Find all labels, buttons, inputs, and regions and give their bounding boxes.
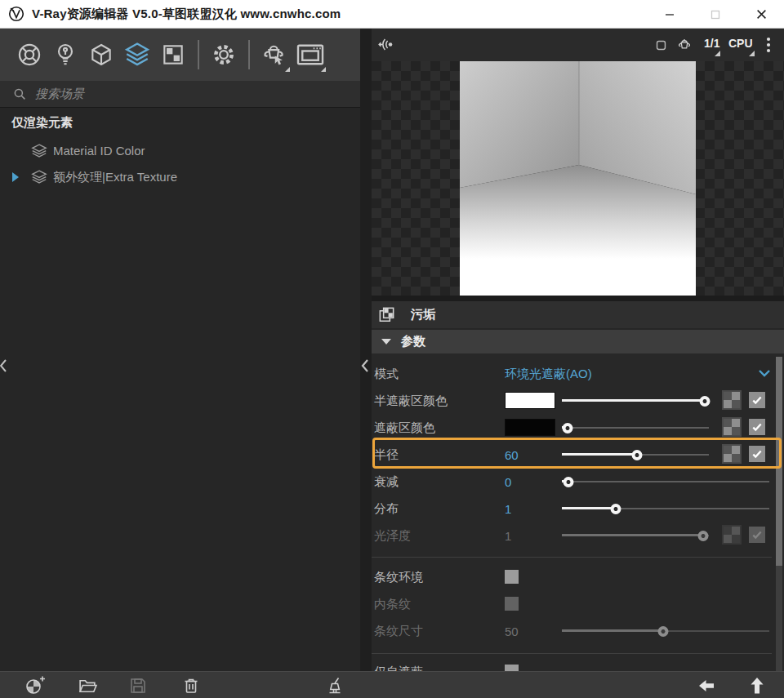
param-row-striped-environment: 条纹环境 (372, 563, 784, 590)
value-slider[interactable] (562, 422, 709, 433)
flyout-corner-icon (749, 51, 755, 56)
list-item-label: 额外纹理|Extra Texture (53, 170, 177, 185)
add-asset-button[interactable] (24, 675, 46, 696)
param-label: 内条纹 (374, 596, 411, 611)
search-placeholder: 搜索场景 (35, 87, 84, 102)
group-divider (372, 557, 772, 558)
slider-handle[interactable] (563, 423, 573, 433)
vray-logo-icon (7, 5, 25, 23)
param-row-unoccluded-color: 半遮蔽区颜色 (372, 387, 784, 414)
param-row-mode: 模式 环境光遮蔽(AO) (372, 360, 784, 387)
ao-preview-render (460, 61, 696, 296)
param-label: 分布 (374, 500, 399, 516)
lights-tab-button[interactable] (47, 34, 83, 75)
color-swatch[interactable] (505, 392, 555, 409)
param-row-distribution: 分布 1 (372, 495, 784, 522)
render-elements-tab-button[interactable] (119, 34, 155, 75)
mode-dropdown[interactable]: 环境光遮蔽(AO) (505, 366, 592, 381)
param-label: 半遮蔽区颜色 (374, 393, 448, 408)
frame-count-button[interactable]: 1/1 (704, 37, 719, 50)
slider-handle[interactable] (563, 477, 573, 487)
list-item-extra-texture[interactable]: 额外纹理|Extra Texture (0, 167, 360, 189)
checkbox[interactable] (749, 446, 765, 462)
slider-handle[interactable] (631, 450, 642, 460)
params-rollout-header[interactable]: 参数 (372, 330, 784, 353)
slider-handle[interactable] (611, 504, 621, 514)
list-item-material-id-color[interactable]: Material ID Color (0, 141, 360, 162)
panel-splitter[interactable] (360, 29, 372, 671)
checkbox[interactable] (749, 392, 765, 408)
value-slider[interactable] (562, 503, 769, 514)
param-row-stripe-size: 条纹尺寸 50 (372, 617, 784, 644)
materials-tab-button[interactable] (11, 34, 47, 75)
texture-preview-viewport (372, 61, 784, 296)
checkbox (749, 527, 765, 543)
value-slider[interactable] (562, 476, 769, 487)
checkbox (505, 597, 519, 611)
asset-category-toolbar (0, 29, 360, 81)
checkbox[interactable] (749, 419, 765, 435)
search-bar[interactable]: 搜索场景 (0, 81, 360, 108)
open-file-button[interactable] (77, 675, 98, 696)
preview-toolbar: 1/1 CPU (372, 29, 784, 61)
engine-select-button[interactable]: CPU (728, 37, 753, 50)
frame-buffer-button[interactable] (292, 34, 328, 75)
param-row-falloff: 衰减 0 (372, 468, 784, 495)
save-button (127, 675, 149, 696)
collapse-properties-panel-icon[interactable] (359, 358, 371, 374)
param-label: 半径 (374, 447, 399, 462)
falloff-value[interactable]: 0 (505, 474, 511, 488)
flyout-corner-icon (321, 67, 326, 72)
textures-tab-button[interactable] (155, 34, 191, 75)
value-slider[interactable] (562, 449, 709, 460)
render-element-layers-icon (30, 142, 48, 160)
close-button[interactable] (738, 0, 784, 29)
interactive-render-button[interactable] (256, 34, 292, 75)
value-slider[interactable] (562, 395, 709, 407)
expand-arrow-icon[interactable] (12, 172, 19, 182)
window-controls (647, 0, 784, 29)
stripe-size-value: 50 (505, 624, 519, 638)
delete-button[interactable] (180, 675, 202, 696)
toolbar-separator (248, 40, 250, 69)
params-rollout-title: 参数 (401, 334, 425, 349)
param-row-inner-stripes: 内条纹 (372, 590, 784, 617)
param-label: 光泽度 (374, 527, 411, 543)
param-label: 遮蔽区颜色 (374, 420, 435, 435)
slider-handle[interactable] (699, 396, 710, 407)
texture-slot-button[interactable] (722, 417, 742, 437)
geometry-tab-button[interactable] (83, 34, 119, 75)
render-teapot-icon[interactable] (675, 38, 693, 52)
chevron-down-icon[interactable] (758, 367, 771, 379)
value-slider (562, 625, 769, 637)
param-row-occluded-color: 遮蔽区颜色 (372, 414, 784, 441)
minimize-button[interactable] (647, 0, 693, 29)
flyout-corner-icon (715, 51, 720, 56)
hide-preview-icon[interactable] (378, 38, 396, 51)
stop-render-icon[interactable] (654, 38, 668, 52)
back-button[interactable] (696, 675, 717, 696)
checkbox[interactable] (505, 570, 519, 584)
maximize-button[interactable] (693, 0, 738, 29)
group-divider (372, 653, 772, 654)
radius-value[interactable]: 60 (505, 447, 519, 461)
toolbar-separator (198, 40, 199, 69)
flyout-corner-icon (285, 67, 290, 72)
list-section-header: 仅渲染元素 (11, 115, 73, 131)
asset-list-panel: 搜索场景 仅渲染元素 Material ID Color 额外纹理|Extra … (0, 29, 360, 671)
collapse-left-panel-icon[interactable] (0, 357, 9, 375)
param-label: 衰减 (374, 473, 399, 489)
settings-button[interactable] (206, 34, 242, 75)
scrollbar-thumb[interactable] (776, 357, 782, 566)
params-scrollbar[interactable] (776, 357, 782, 671)
up-level-button[interactable] (746, 675, 768, 696)
distribution-value[interactable]: 1 (505, 501, 511, 515)
render-element-layers-icon (30, 168, 48, 186)
purge-unused-button[interactable] (324, 675, 345, 696)
texture-slot-button[interactable] (722, 390, 742, 410)
color-swatch[interactable] (505, 419, 555, 436)
kebab-menu-icon[interactable] (766, 37, 771, 53)
dirt-texture-icon (377, 305, 396, 324)
texture-slot-button[interactable] (722, 444, 742, 464)
value-slider (562, 530, 709, 541)
